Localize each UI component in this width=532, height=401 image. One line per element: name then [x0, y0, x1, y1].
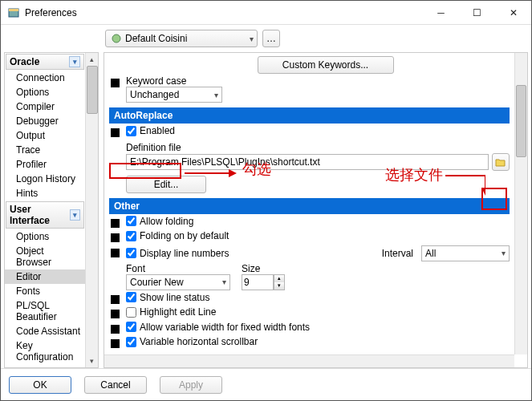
- collapse-toggle[interactable]: [111, 79, 120, 87]
- sidebar-group-header[interactable]: User Interface▾: [6, 201, 84, 229]
- collapse-toggle[interactable]: [111, 249, 120, 257]
- interval-select[interactable]: All▾: [421, 245, 510, 261]
- allow-folding-checkbox[interactable]: Allow folding: [126, 216, 193, 227]
- sidebar-item[interactable]: Fonts: [5, 284, 85, 298]
- folder-open-icon: [495, 157, 506, 167]
- deffile-label: Definition file: [126, 142, 510, 153]
- sidebar-item[interactable]: Editor: [5, 269, 85, 284]
- sidebar-item[interactable]: Object Browser: [5, 244, 85, 269]
- keyword-case-select[interactable]: Unchanged▾: [126, 87, 222, 103]
- sidebar-item[interactable]: Hints: [5, 186, 85, 200]
- other-header: Other: [109, 198, 510, 214]
- folding-default-checkbox[interactable]: Folding on by default: [126, 230, 229, 241]
- sidebar: Oracle▾ConnectionOptionsCompilerDebugger…: [4, 52, 99, 368]
- line-status-checkbox[interactable]: Show line status: [126, 292, 209, 303]
- keyword-case-label: Keyword case: [126, 75, 510, 87]
- var-width-checkbox[interactable]: Allow variable width for fixed width fon…: [126, 322, 310, 333]
- main-scrollbar-h[interactable]: [104, 354, 514, 367]
- line-numbers-checkbox[interactable]: Display line numbers: [126, 248, 229, 259]
- sidebar-item[interactable]: Options: [5, 85, 85, 99]
- custom-keywords-button[interactable]: Custom Keywords...: [258, 56, 394, 74]
- svg-point-2: [112, 34, 120, 43]
- font-select[interactable]: Courier New▾: [126, 274, 230, 290]
- cancel-button[interactable]: Cancel: [84, 376, 147, 394]
- sidebar-item[interactable]: Code Assistant: [5, 324, 85, 338]
- collapse-toggle[interactable]: [111, 233, 120, 242]
- minimize-button[interactable]: ─: [423, 1, 459, 25]
- close-button[interactable]: ✕: [495, 1, 531, 25]
- sidebar-item[interactable]: Debugger: [5, 114, 85, 128]
- collapse-toggle[interactable]: [111, 295, 120, 304]
- chevron-down-icon: ▾: [250, 34, 254, 43]
- sidebar-item[interactable]: Connection: [5, 71, 85, 85]
- browse-file-button[interactable]: [492, 153, 510, 171]
- font-label: Font: [126, 263, 230, 274]
- window-title: Preferences: [25, 7, 423, 18]
- collapse-toggle[interactable]: [111, 128, 120, 137]
- apply-button[interactable]: Apply: [160, 376, 222, 394]
- edit-button[interactable]: Edit...: [126, 176, 206, 193]
- app-icon: [7, 6, 20, 19]
- size-label: Size: [242, 263, 285, 274]
- sidebar-item[interactable]: PL/SQL Beautifier: [5, 298, 85, 324]
- interval-label: Interval: [382, 248, 413, 259]
- sidebar-item[interactable]: Trace: [5, 143, 85, 157]
- sidebar-scrollbar[interactable]: ▴▾: [85, 53, 98, 367]
- highlight-edit-checkbox[interactable]: Highlight edit Line: [126, 306, 216, 318]
- sidebar-item[interactable]: Profiler: [5, 157, 85, 172]
- sidebar-group-header[interactable]: Oracle▾: [6, 54, 84, 70]
- profile-icon: [111, 33, 122, 44]
- svg-rect-1: [9, 9, 18, 11]
- collapse-icon: ▾: [69, 56, 80, 67]
- sidebar-item[interactable]: Compiler: [5, 99, 85, 114]
- profile-more-button[interactable]: …: [262, 30, 280, 47]
- enabled-checkbox[interactable]: Enabled: [126, 125, 175, 136]
- hscroll-checkbox[interactable]: Variable horizontal scrollbar: [126, 336, 258, 347]
- sidebar-item[interactable]: Options: [5, 229, 85, 244]
- profile-combo[interactable]: Default Coisini ▾: [105, 30, 258, 47]
- size-input[interactable]: [242, 274, 274, 290]
- sidebar-item[interactable]: Key Configuration: [5, 338, 85, 364]
- ok-button[interactable]: OK: [9, 376, 71, 394]
- collapse-toggle[interactable]: [111, 219, 120, 228]
- collapse-toggle[interactable]: [111, 325, 120, 334]
- collapse-toggle[interactable]: [111, 339, 120, 348]
- sidebar-item[interactable]: Output: [5, 128, 85, 143]
- collapse-icon: ▾: [70, 209, 80, 221]
- main-panel: Custom Keywords... Keyword case Unchange…: [104, 52, 528, 368]
- autoreplace-header: AutoReplace: [109, 107, 510, 124]
- collapse-toggle[interactable]: [111, 310, 120, 318]
- sidebar-item[interactable]: Logon History: [5, 172, 85, 186]
- size-spinner[interactable]: ▴▾: [274, 274, 285, 290]
- maximize-button[interactable]: ☐: [459, 1, 495, 25]
- main-scrollbar-v[interactable]: [514, 53, 527, 354]
- deffile-input[interactable]: [126, 154, 489, 170]
